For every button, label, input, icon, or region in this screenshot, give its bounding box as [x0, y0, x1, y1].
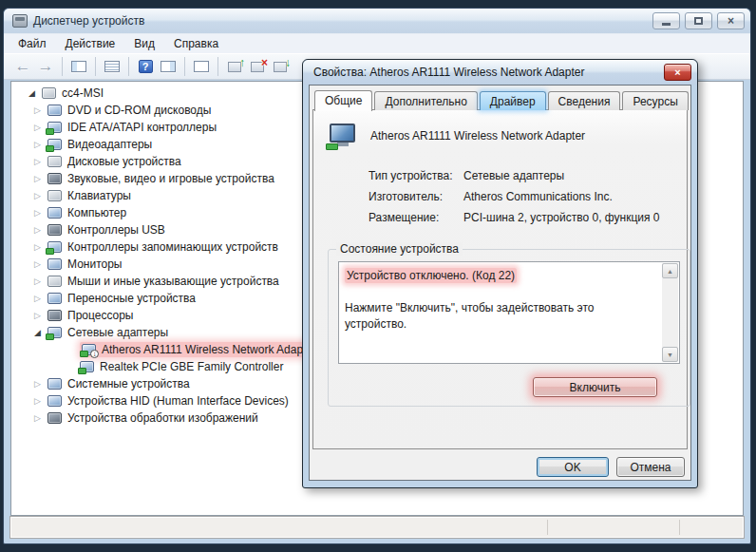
device-status-text[interactable]: Устройство отключено. (Код 22) Нажмите "…: [338, 261, 680, 364]
expand-closed-icon[interactable]: ▷: [34, 295, 47, 303]
expand-closed-icon[interactable]: ▷: [34, 209, 47, 218]
tab-сведения[interactable]: Сведения: [548, 91, 621, 110]
status-bar: [10, 517, 744, 538]
sound-device-icon: [47, 173, 62, 184]
tab-general-page: Atheros AR1111 Wireless Network Adapter …: [312, 109, 688, 449]
minimize-icon: [662, 23, 671, 26]
properties-dialog: Свойства: Atheros AR1111 Wireless Networ…: [302, 59, 698, 488]
usb-controller-icon: [47, 224, 62, 236]
tree-item-label: Сетевые адаптеры: [67, 326, 168, 339]
close-button[interactable]: ×: [717, 12, 745, 29]
scan-hardware-changes-icon[interactable]: [190, 56, 213, 77]
tree-item-label: IDE ATA/ATAPI контроллеры: [67, 121, 217, 134]
field-value: Сетевые адаптеры: [463, 169, 564, 182]
field-value: PCI-шина 2, устройство 0, функция 0: [463, 211, 660, 224]
enable-button[interactable]: Включить: [533, 377, 657, 397]
computer-root-icon: [42, 87, 56, 99]
hid-icon: [47, 395, 62, 407]
close-icon: ×: [728, 15, 734, 27]
update-driver-icon[interactable]: ↑: [223, 56, 246, 77]
group-title: Состояние устройства: [336, 242, 463, 256]
field-label: Размещение:: [369, 211, 463, 224]
menu-help[interactable]: Справка: [165, 35, 227, 52]
network-adapter-disabled-icon: ↓: [82, 344, 96, 355]
tree-item-label: Видеоадаптеры: [67, 138, 152, 151]
uninstall-device-icon[interactable]: ×: [246, 56, 269, 77]
back-icon[interactable]: ←: [11, 56, 34, 77]
highlight-annotation: ↓Atheros AR1111 Wireless Network Adapter: [80, 342, 324, 357]
dialog-body: ОбщиеДополнительноДрайверСведенияРесурсы…: [309, 85, 691, 481]
maximize-icon: [694, 17, 703, 25]
system-devices-icon: [47, 378, 62, 390]
menu-view[interactable]: Вид: [125, 35, 163, 52]
tree-item-label: Системные устройства: [67, 377, 190, 390]
device-field: Изготовитель:Atheros Communications Inc.: [369, 190, 613, 203]
tab-ресурсы[interactable]: Ресурсы: [622, 91, 688, 110]
dialog-close-button[interactable]: ×: [664, 64, 691, 81]
expand-closed-icon[interactable]: ▷: [34, 260, 47, 269]
tab-дополнительно[interactable]: Дополнительно: [374, 91, 477, 110]
expand-closed-icon[interactable]: ▷: [34, 226, 47, 235]
display-adapter-icon: [47, 139, 62, 150]
tree-item-label: Мыши и иные указывающие устройства: [67, 275, 279, 288]
expand-closed-icon[interactable]: ▷: [34, 380, 47, 389]
ok-button[interactable]: OK: [537, 457, 609, 477]
toolbar-separator: [95, 57, 96, 76]
show-action-pane-icon[interactable]: [157, 56, 180, 77]
minimize-button[interactable]: [652, 12, 680, 29]
expand-open-icon[interactable]: ◢: [28, 89, 42, 98]
expand-closed-icon[interactable]: ▷: [34, 277, 47, 286]
show-console-tree-icon[interactable]: [67, 56, 90, 77]
tree-item-label: Дисковые устройства: [67, 155, 181, 168]
expand-closed-icon[interactable]: ▷: [34, 414, 47, 423]
tree-item-label: cc4-MSI: [62, 86, 104, 100]
expand-closed-icon[interactable]: ▷: [34, 312, 47, 320]
statusbar-divider: [679, 520, 680, 535]
disk-drive-icon: [47, 156, 62, 167]
expand-closed-icon[interactable]: ▷: [34, 192, 47, 200]
dialog-title-bar[interactable]: Свойства: Atheros AR1111 Wireless Networ…: [303, 60, 697, 85]
device-field: Размещение:PCI-шина 2, устройство 0, фун…: [369, 211, 660, 224]
tree-item-label: Устройства обработки изображений: [67, 411, 258, 425]
toolbar-separator: [184, 57, 185, 76]
imaging-devices-icon: [47, 412, 62, 424]
help-icon[interactable]: ?: [134, 56, 157, 77]
expand-closed-icon[interactable]: ▷: [34, 397, 47, 406]
scroll-down-icon[interactable]: [662, 347, 678, 362]
tree-item-label: Atheros AR1111 Wireless Network Adapter: [102, 343, 316, 356]
toolbar-separator: [217, 57, 218, 76]
scroll-up-icon[interactable]: [662, 263, 678, 278]
network-adapter-icon: [80, 361, 94, 372]
device-name: Atheros AR1111 Wireless Network Adapter: [370, 129, 585, 143]
tab-strip: ОбщиеДополнительноДрайверСведенияРесурсы: [312, 89, 688, 110]
monitor-icon: [47, 258, 62, 270]
dvd-drive-icon: [47, 105, 62, 116]
tree-item-label: Устройства HID (Human Interface Devices): [67, 394, 289, 408]
tree-item-label: DVD и CD-ROM дисководы: [67, 104, 211, 117]
tab-общие[interactable]: Общие: [314, 90, 372, 111]
forward-icon[interactable]: →: [34, 56, 57, 77]
dialog-title: Свойства: Atheros AR1111 Wireless Networ…: [313, 66, 664, 79]
tree-item-label: Звуковые, видео и игровые устройства: [67, 172, 274, 185]
keyboard-icon: [47, 190, 62, 201]
portable-device-icon: [47, 293, 62, 304]
scrollbar[interactable]: [662, 263, 678, 362]
cancel-button[interactable]: Отмена: [616, 457, 685, 477]
tree-item-label: Контроллеры USB: [67, 223, 165, 237]
statusbar-divider: [547, 520, 548, 535]
menu-file[interactable]: Файл: [9, 35, 55, 52]
processor-icon: [47, 310, 62, 321]
properties-icon[interactable]: [101, 56, 123, 77]
expand-closed-icon[interactable]: ▷: [34, 175, 47, 183]
network-adapter-icon: [326, 124, 360, 152]
status-line-hint: Нажмите "Включить", чтобы задействовать …: [345, 300, 656, 333]
tab-драйвер[interactable]: Драйвер: [480, 91, 546, 110]
ide-controller-icon: [47, 122, 62, 133]
expand-closed-icon[interactable]: ▷: [34, 158, 47, 166]
maximize-button[interactable]: [685, 12, 712, 29]
toolbar-separator: [128, 57, 129, 76]
enable-device-icon[interactable]: ↓: [269, 56, 292, 77]
menu-action[interactable]: Действие: [57, 35, 124, 52]
title-bar[interactable]: Диспетчер устройств ×: [4, 9, 750, 33]
expand-closed-icon[interactable]: ▷: [34, 106, 47, 115]
